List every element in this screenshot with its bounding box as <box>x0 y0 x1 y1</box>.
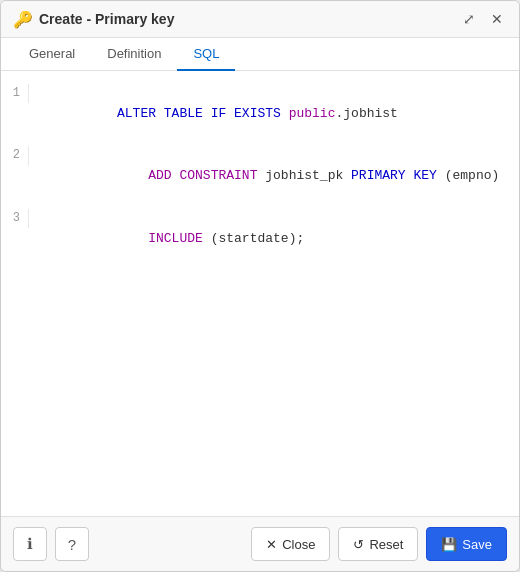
code-text-1: ALTER TABLE IF EXISTS public.jobhist <box>39 83 398 145</box>
code-editor[interactable]: 1 ALTER TABLE IF EXISTS public.jobhist 2… <box>1 83 519 270</box>
keyword-primary-key: PRIMARY KEY <box>343 168 444 183</box>
tabs-bar: General Definition SQL <box>1 38 519 71</box>
reset-label: Reset <box>369 537 403 552</box>
help-button[interactable]: ? <box>55 527 89 561</box>
tab-general[interactable]: General <box>13 38 91 71</box>
dialog-close-button[interactable]: ✕ <box>487 9 507 29</box>
code-text-2: ADD CONSTRAINT jobhist_pk PRIMARY KEY (e… <box>39 145 499 207</box>
close-icon: ✕ <box>266 537 277 552</box>
info-button[interactable]: ℹ <box>13 527 47 561</box>
close-label: Close <box>282 537 315 552</box>
code-line-2: 2 ADD CONSTRAINT jobhist_pk PRIMARY KEY … <box>1 145 519 207</box>
footer-right: ✕ Close ↺ Reset 💾 Save <box>251 527 507 561</box>
keyword-include: INCLUDE <box>117 231 211 246</box>
dialog: 🔑 Create - Primary key ⤢ ✕ General Defin… <box>0 0 520 572</box>
save-icon: 💾 <box>441 537 457 552</box>
code-text-3: INCLUDE (startdate); <box>39 208 304 270</box>
tab-definition[interactable]: Definition <box>91 38 177 71</box>
save-label: Save <box>462 537 492 552</box>
title-bar-right: ⤢ ✕ <box>459 9 507 29</box>
title-bar: 🔑 Create - Primary key ⤢ ✕ <box>1 1 519 38</box>
keyword-add-constraint: ADD CONSTRAINT <box>117 168 265 183</box>
tab-sql[interactable]: SQL <box>177 38 235 71</box>
include-columns: (startdate); <box>211 231 305 246</box>
save-button[interactable]: 💾 Save <box>426 527 507 561</box>
schema-name: public <box>289 106 336 121</box>
pk-columns: (empno) <box>445 168 500 183</box>
line-number-2: 2 <box>1 146 29 165</box>
line-number-1: 1 <box>1 84 29 103</box>
dialog-title: Create - Primary key <box>39 11 174 27</box>
keyword-alter: ALTER TABLE IF EXISTS <box>117 106 289 121</box>
sql-content-area: 1 ALTER TABLE IF EXISTS public.jobhist 2… <box>1 71 519 516</box>
constraint-name: jobhist_pk <box>265 168 343 183</box>
expand-button[interactable]: ⤢ <box>459 9 479 29</box>
footer-left: ℹ ? <box>13 527 89 561</box>
table-name: jobhist <box>343 106 398 121</box>
reset-button[interactable]: ↺ Reset <box>338 527 418 561</box>
line-number-3: 3 <box>1 209 29 228</box>
key-icon: 🔑 <box>13 10 33 29</box>
reset-icon: ↺ <box>353 537 364 552</box>
code-line-1: 1 ALTER TABLE IF EXISTS public.jobhist <box>1 83 519 145</box>
code-line-3: 3 INCLUDE (startdate); <box>1 208 519 270</box>
close-button[interactable]: ✕ Close <box>251 527 330 561</box>
title-bar-left: 🔑 Create - Primary key <box>13 10 174 29</box>
footer: ℹ ? ✕ Close ↺ Reset 💾 Save <box>1 516 519 571</box>
